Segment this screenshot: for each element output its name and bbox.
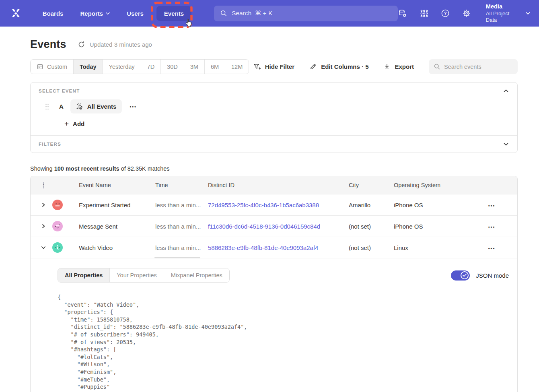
date-range-control: Custom Today Yesterday 7D 30D 3M 6M 12M bbox=[30, 59, 249, 74]
search-events-input[interactable] bbox=[444, 64, 513, 70]
magic-cursor-icon bbox=[76, 103, 84, 110]
event-avatar bbox=[52, 221, 63, 231]
nav-item-users[interactable]: Users bbox=[121, 6, 149, 21]
horizontal-scrollbar-thumb[interactable] bbox=[154, 257, 200, 258]
pencil-icon bbox=[309, 63, 317, 70]
tab-mixpanel-properties[interactable]: Mixpanel Properties bbox=[164, 268, 229, 282]
edit-columns-button[interactable]: Edit Columns · 5 bbox=[309, 63, 368, 70]
date-option-12m[interactable]: 12M bbox=[225, 60, 249, 74]
refresh-icon[interactable] bbox=[78, 41, 85, 48]
query-builder-card: SELECT EVENT A bbox=[30, 82, 518, 153]
column-header-operating-system[interactable]: Operating System bbox=[394, 182, 470, 188]
help-icon[interactable]: ? bbox=[441, 9, 450, 18]
clause-letter: A bbox=[59, 103, 64, 110]
project-selector[interactable]: Media All Project Data bbox=[486, 3, 530, 24]
drag-handle-icon[interactable] bbox=[45, 103, 49, 110]
json-mode-toggle[interactable] bbox=[451, 270, 470, 281]
table-header-row: ↓ ↑ Event Name Time Distinct ID City Ope… bbox=[31, 176, 517, 194]
event-time: less than a min... bbox=[155, 202, 208, 208]
date-option-today[interactable]: Today bbox=[74, 60, 103, 74]
hide-filter-button[interactable]: Hide Filter bbox=[253, 63, 294, 70]
event-name: Experiment Started bbox=[72, 202, 155, 208]
toggle-knob-check-icon bbox=[461, 271, 469, 279]
add-event-button[interactable]: + Add bbox=[64, 120, 84, 128]
event-clause-row: A All Events ••• bbox=[39, 99, 509, 113]
navbar-right-cluster: ? Media All Project Data bbox=[398, 3, 530, 24]
nav-item-boards[interactable]: Boards bbox=[37, 6, 69, 21]
svg-text:?: ? bbox=[444, 11, 446, 16]
date-option-30d[interactable]: 30D bbox=[161, 60, 184, 74]
search-events-box[interactable] bbox=[429, 59, 518, 74]
page-header: Events Updated 3 minutes ago bbox=[30, 38, 518, 51]
settings-gear-icon[interactable] bbox=[462, 9, 471, 18]
data-management-icon[interactable] bbox=[398, 8, 407, 18]
row-more-options-icon[interactable]: ••• bbox=[488, 203, 496, 208]
tab-your-properties[interactable]: Your Properties bbox=[110, 268, 164, 282]
properties-tabs: All Properties Your Properties Mixpanel … bbox=[58, 268, 230, 283]
date-option-6m[interactable]: 6M bbox=[205, 60, 225, 74]
funnel-plus-icon bbox=[253, 63, 261, 70]
column-header-distinct-id[interactable]: Distinct ID bbox=[208, 182, 349, 188]
mixpanel-logo[interactable]: X bbox=[9, 6, 23, 20]
collapse-all-icon[interactable]: ↓ ↑ bbox=[35, 182, 52, 189]
filters-label: FILTERS bbox=[39, 142, 61, 146]
date-option-custom[interactable]: Custom bbox=[31, 60, 74, 74]
select-event-label: SELECT EVENT bbox=[39, 89, 80, 93]
event-selector-chip[interactable]: All Events bbox=[70, 99, 122, 113]
project-scope: All Project Data bbox=[486, 10, 521, 24]
collapse-row-chevron-down-icon[interactable] bbox=[35, 245, 52, 250]
json-mode-label: JSON mode bbox=[476, 272, 509, 279]
expand-row-chevron-right-icon[interactable] bbox=[35, 224, 52, 229]
table-tools: Hide Filter Edit Columns · 5 Export bbox=[253, 59, 518, 74]
table-row-expanded: Watch Video less than a min... 5886283e-… bbox=[31, 237, 517, 258]
expand-row-chevron-right-icon[interactable] bbox=[35, 202, 52, 207]
search-icon bbox=[220, 10, 227, 17]
event-os: Linux bbox=[394, 244, 470, 251]
event-detail-panel: All Properties Your Properties Mixpanel … bbox=[31, 258, 517, 392]
event-avatar bbox=[52, 242, 63, 253]
plus-icon: + bbox=[64, 120, 69, 128]
event-more-options-icon[interactable]: ••• bbox=[130, 104, 137, 109]
row-more-options-icon[interactable]: ••• bbox=[488, 225, 496, 229]
selected-event-label: All Events bbox=[87, 103, 117, 110]
event-os: iPhone OS bbox=[394, 202, 470, 208]
chevron-down-icon bbox=[526, 12, 530, 15]
date-option-yesterday[interactable]: Yesterday bbox=[103, 60, 141, 74]
distinct-id-link[interactable]: f11c30d6-dc6d-4518-9136-0d046159c84d bbox=[208, 223, 320, 230]
event-os: iPhone OS bbox=[394, 223, 470, 230]
event-time: less than a min... bbox=[155, 244, 208, 251]
top-navbar: X Boards Reports Users Events bbox=[0, 0, 539, 27]
chevron-down-icon bbox=[106, 12, 110, 15]
column-header-city[interactable]: City bbox=[349, 182, 394, 188]
date-option-3m[interactable]: 3M bbox=[184, 60, 205, 74]
updated-timestamp: Updated 3 minutes ago bbox=[90, 41, 152, 48]
column-header-time[interactable]: Time bbox=[155, 182, 208, 188]
collapse-section-chevron-up-icon[interactable] bbox=[503, 89, 509, 93]
event-name: Message Sent bbox=[72, 223, 155, 230]
date-option-7d[interactable]: 7D bbox=[141, 60, 161, 74]
global-search-input[interactable] bbox=[232, 10, 392, 17]
expand-section-chevron-down-icon[interactable] bbox=[503, 142, 509, 146]
tab-all-properties[interactable]: All Properties bbox=[58, 268, 110, 282]
search-icon bbox=[434, 63, 440, 70]
filters-section[interactable]: FILTERS bbox=[31, 136, 517, 153]
column-header-event-name[interactable]: Event Name bbox=[72, 182, 155, 188]
row-more-options-icon[interactable]: ••• bbox=[488, 246, 496, 251]
global-search[interactable] bbox=[214, 6, 398, 21]
event-json-view: { "event": "Watch Video", "properties": … bbox=[58, 293, 509, 392]
event-name: Watch Video bbox=[72, 244, 155, 251]
event-time: less than a min... bbox=[155, 223, 208, 230]
apps-grid-icon[interactable] bbox=[420, 9, 428, 18]
nav-item-events-wrap: Events bbox=[156, 6, 191, 21]
nav-item-reports[interactable]: Reports bbox=[74, 6, 115, 21]
primary-nav: Boards Reports Users Events bbox=[37, 6, 191, 21]
export-button[interactable]: Export bbox=[383, 63, 414, 70]
table-row: Message Sent less than a min... f11c30d6… bbox=[31, 216, 517, 237]
table-row: Experiment Started less than a min... 72… bbox=[31, 194, 517, 216]
hand-pointer-cursor-icon bbox=[185, 18, 193, 29]
controls-row: Custom Today Yesterday 7D 30D 3M 6M 12M … bbox=[30, 59, 518, 74]
results-summary: Showing 100 most recent results of 82.35… bbox=[30, 165, 509, 172]
event-avatar bbox=[52, 200, 63, 210]
distinct-id-link[interactable]: 5886283e-e9fb-48fb-81de-40e9093a2af4 bbox=[208, 244, 318, 251]
distinct-id-link[interactable]: 72d49553-25fc-4f0c-b436-1b5ac6ab3388 bbox=[208, 202, 319, 208]
